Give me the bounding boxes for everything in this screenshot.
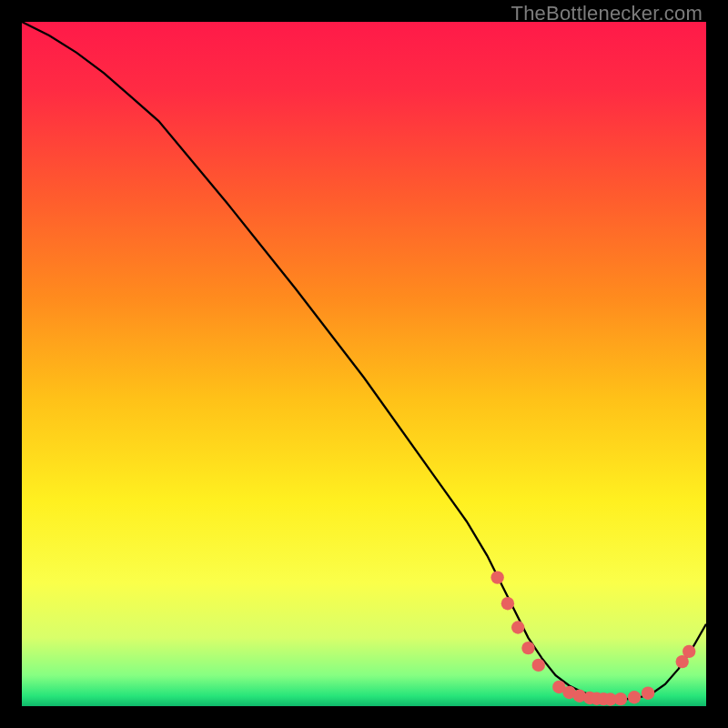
bottleneck-chart [22,22,706,706]
curve-marker [532,659,545,672]
curve-marker [490,571,503,583]
curve-marker [628,691,641,703]
curve-marker [501,597,514,610]
curve-marker [642,687,654,700]
curve-marker [521,642,534,654]
curve-marker [682,645,695,658]
curve-marker [614,693,627,705]
chart-frame [22,22,706,706]
curve-marker [511,621,524,633]
chart-background [22,22,706,706]
